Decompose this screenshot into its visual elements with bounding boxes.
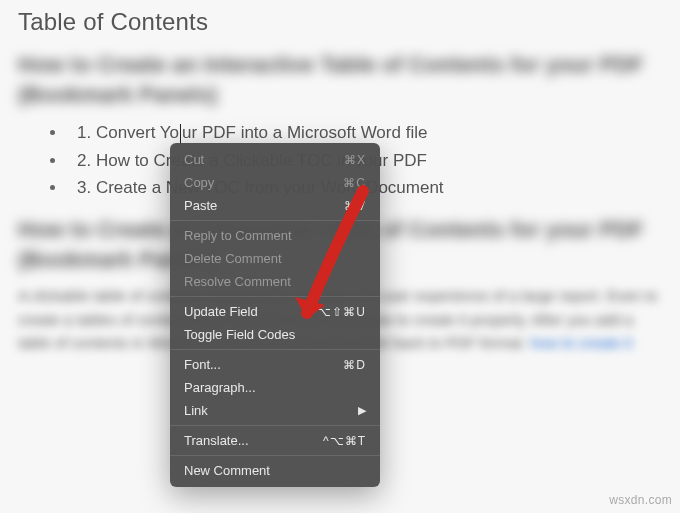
menu-item-cut: Cut⌘X: [170, 148, 380, 171]
menu-item-label: New Comment: [184, 463, 270, 478]
menu-item-resolve-comment: Resolve Comment: [170, 270, 380, 293]
menu-item-update-field[interactable]: Update Field⌥⇧⌘U: [170, 300, 380, 323]
menu-shortcut: ⌘D: [343, 358, 366, 372]
menu-separator: [170, 220, 380, 221]
menu-item-paste[interactable]: Paste⌘V: [170, 194, 380, 217]
menu-item-label: Translate...: [184, 433, 249, 448]
menu-item-toggle-field-codes[interactable]: Toggle Field Codes: [170, 323, 380, 346]
context-menu[interactable]: Cut⌘XCopy⌘CPaste⌘VReply to CommentDelete…: [170, 143, 380, 487]
menu-separator: [170, 425, 380, 426]
menu-item-label: Toggle Field Codes: [184, 327, 295, 342]
menu-shortcut: ⌘V: [344, 199, 366, 213]
menu-item-label: Reply to Comment: [184, 228, 292, 243]
chevron-right-icon: ▶: [358, 404, 366, 417]
menu-item-label: Delete Comment: [184, 251, 282, 266]
bullet-icon: [50, 158, 55, 163]
menu-item-label: Resolve Comment: [184, 274, 291, 289]
menu-item-reply-to-comment: Reply to Comment: [170, 224, 380, 247]
menu-item-link[interactable]: Link▶: [170, 399, 380, 422]
menu-item-font[interactable]: Font...⌘D: [170, 353, 380, 376]
menu-shortcut: ^⌥⌘T: [323, 434, 366, 448]
menu-item-delete-comment: Delete Comment: [170, 247, 380, 270]
menu-item-label: Copy: [184, 175, 214, 190]
menu-shortcut: ⌥⇧⌘U: [317, 305, 366, 319]
menu-item-new-comment[interactable]: New Comment: [170, 459, 380, 482]
bullet-icon: [50, 130, 55, 135]
menu-separator: [170, 349, 380, 350]
menu-item-paragraph[interactable]: Paragraph...: [170, 376, 380, 399]
menu-shortcut: ⌘C: [343, 176, 366, 190]
menu-item-copy: Copy⌘C: [170, 171, 380, 194]
text-caret: [180, 124, 181, 144]
blurred-heading-1: How to Create an Interactive Table of Co…: [18, 50, 662, 109]
menu-shortcut: ⌘X: [344, 153, 366, 167]
menu-item-label: Font...: [184, 357, 221, 372]
menu-item-label: Update Field: [184, 304, 258, 319]
menu-item-label: Paste: [184, 198, 217, 213]
menu-item-translate[interactable]: Translate...^⌥⌘T: [170, 429, 380, 452]
bullet-icon: [50, 185, 55, 190]
watermark: wsxdn.com: [609, 493, 672, 507]
menu-separator: [170, 296, 380, 297]
menu-item-label: Paragraph...: [184, 380, 256, 395]
menu-item-label: Link: [184, 403, 208, 418]
menu-item-label: Cut: [184, 152, 204, 167]
menu-separator: [170, 455, 380, 456]
toc-title: Table of Contents: [18, 8, 662, 36]
